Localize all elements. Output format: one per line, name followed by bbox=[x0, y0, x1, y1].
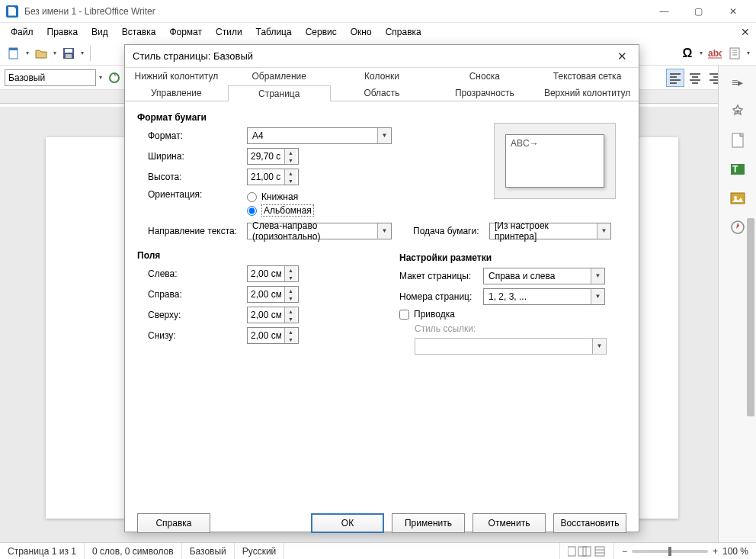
new-doc-dropdown[interactable]: ▾ bbox=[24, 44, 30, 63]
format-page-button[interactable] bbox=[726, 44, 744, 63]
spin-down-icon[interactable]: ▼ bbox=[285, 315, 296, 323]
open-button[interactable] bbox=[32, 44, 50, 63]
window-maximize-button[interactable]: ▢ bbox=[681, 1, 716, 22]
chevron-down-icon[interactable]: ▼ bbox=[597, 223, 610, 239]
spin-down-icon[interactable]: ▼ bbox=[285, 336, 296, 343]
menu-table[interactable]: Таблица bbox=[250, 24, 298, 40]
menu-styles[interactable]: Стили bbox=[210, 24, 248, 40]
menu-edit[interactable]: Правка bbox=[41, 24, 85, 40]
margin-right-spinbox[interactable]: ▲▼ bbox=[247, 286, 299, 303]
tab-header[interactable]: Верхний колонтитул bbox=[536, 85, 639, 101]
dialog-close-button[interactable]: ✕ bbox=[613, 47, 631, 66]
width-input[interactable] bbox=[248, 149, 284, 164]
paragraph-style-combo[interactable] bbox=[5, 69, 96, 86]
hyperlink-button[interactable]: abc bbox=[706, 44, 724, 63]
properties-icon[interactable] bbox=[726, 99, 750, 124]
format-combo[interactable]: A4 ▼ bbox=[247, 127, 392, 144]
orientation-portrait-radio[interactable] bbox=[247, 192, 257, 202]
register-true-checkbox[interactable] bbox=[399, 310, 409, 320]
cancel-button[interactable]: Отменить bbox=[472, 513, 546, 533]
status-page[interactable]: Страница 1 из 1 bbox=[0, 543, 85, 559]
chevron-down-icon[interactable]: ▼ bbox=[591, 289, 604, 304]
spin-down-icon[interactable]: ▼ bbox=[285, 294, 296, 302]
pagelayout-combo[interactable]: Справа и слева▼ bbox=[483, 268, 605, 284]
help-button[interactable]: Справка bbox=[137, 513, 210, 533]
status-words[interactable]: 0 слов, 0 символов bbox=[85, 543, 182, 559]
sidebar-menu-chevron-icon[interactable]: ≡▸ bbox=[726, 70, 750, 95]
margin-left-spinbox[interactable]: ▲▼ bbox=[247, 265, 299, 282]
textdirection-combo[interactable]: Слева-направо (горизонтально) ▼ bbox=[247, 223, 392, 239]
spin-up-icon[interactable]: ▲ bbox=[285, 307, 296, 315]
status-lang[interactable]: Русский bbox=[235, 543, 285, 559]
tab-borders[interactable]: Обрамление bbox=[228, 68, 331, 85]
spin-up-icon[interactable]: ▲ bbox=[285, 266, 296, 274]
reset-button[interactable]: Восстановить bbox=[553, 513, 626, 533]
margin-left-input[interactable] bbox=[248, 266, 284, 281]
styles-panel-icon[interactable]: T bbox=[726, 157, 750, 182]
papertray-combo[interactable]: [Из настроек принтера] ▼ bbox=[489, 223, 611, 239]
chevron-down-icon[interactable]: ▼ bbox=[591, 268, 604, 284]
height-spinbox[interactable]: ▲▼ bbox=[247, 169, 299, 185]
close-document-button[interactable]: ✕ bbox=[741, 26, 750, 38]
save-button[interactable] bbox=[59, 44, 78, 63]
special-char-button[interactable]: Ω bbox=[678, 44, 697, 63]
menu-help[interactable]: Справка bbox=[380, 24, 428, 40]
spin-up-icon[interactable]: ▲ bbox=[285, 287, 296, 294]
new-doc-button[interactable] bbox=[5, 44, 23, 63]
tab-area[interactable]: Область bbox=[331, 85, 434, 101]
zoom-out-button[interactable]: − bbox=[622, 546, 627, 557]
align-center-button[interactable] bbox=[686, 69, 704, 87]
spin-down-icon[interactable]: ▼ bbox=[285, 274, 296, 281]
status-style[interactable]: Базовый bbox=[182, 543, 235, 559]
tab-footnote[interactable]: Сноска bbox=[433, 68, 536, 85]
spin-up-icon[interactable]: ▲ bbox=[285, 328, 296, 336]
page-panel-icon[interactable] bbox=[726, 128, 750, 153]
align-left-button[interactable] bbox=[666, 69, 684, 87]
spin-up-icon[interactable]: ▲ bbox=[285, 149, 296, 156]
margin-bottom-spinbox[interactable]: ▲▼ bbox=[247, 327, 299, 344]
height-input[interactable] bbox=[248, 169, 284, 185]
menu-insert[interactable]: Вставка bbox=[116, 24, 162, 40]
menu-view[interactable]: Вид bbox=[85, 24, 114, 40]
scrollbar-thumb[interactable] bbox=[747, 218, 754, 416]
tab-organizer[interactable]: Управление bbox=[125, 85, 228, 101]
update-style-button[interactable] bbox=[105, 69, 123, 87]
window-minimize-button[interactable]: — bbox=[647, 1, 681, 22]
tab-textgrid[interactable]: Текстовая сетка bbox=[536, 68, 639, 85]
tab-page[interactable]: Страница bbox=[228, 85, 331, 101]
apply-button[interactable]: Применить bbox=[392, 513, 465, 533]
vertical-scrollbar[interactable] bbox=[744, 218, 754, 538]
spin-down-icon[interactable]: ▼ bbox=[285, 156, 296, 164]
tab-footer[interactable]: Нижний колонтитул bbox=[125, 68, 228, 85]
ok-button[interactable]: OК bbox=[311, 513, 384, 533]
menu-window[interactable]: Окно bbox=[344, 24, 378, 40]
pagenum-combo[interactable]: 1, 2, 3, ...▼ bbox=[483, 288, 605, 305]
zoom-in-button[interactable]: + bbox=[713, 546, 718, 557]
more-dropdown[interactable]: ▾ bbox=[745, 44, 751, 63]
margin-top-spinbox[interactable]: ▲▼ bbox=[247, 307, 299, 323]
save-dropdown[interactable]: ▾ bbox=[79, 44, 85, 63]
menu-format[interactable]: Формат bbox=[163, 24, 208, 40]
menu-tools[interactable]: Сервис bbox=[300, 24, 343, 40]
tab-columns[interactable]: Колонки bbox=[331, 68, 434, 85]
margin-top-input[interactable] bbox=[248, 307, 284, 323]
orientation-landscape-radio[interactable] bbox=[247, 206, 257, 216]
open-dropdown[interactable]: ▾ bbox=[52, 44, 58, 63]
tab-transparency[interactable]: Прозрачность bbox=[433, 85, 536, 101]
menu-file[interactable]: Файл bbox=[5, 24, 40, 40]
chevron-down-icon[interactable]: ▼ bbox=[377, 128, 391, 143]
zoom-value[interactable]: 100 % bbox=[722, 546, 748, 557]
margin-right-input[interactable] bbox=[248, 287, 284, 302]
spin-down-icon[interactable]: ▼ bbox=[285, 177, 296, 185]
chevron-down-icon[interactable]: ▼ bbox=[377, 223, 391, 239]
gallery-panel-icon[interactable] bbox=[726, 186, 750, 210]
width-spinbox[interactable]: ▲▼ bbox=[247, 148, 299, 165]
status-viewmode-icons[interactable] bbox=[560, 543, 614, 559]
window-close-button[interactable]: ✕ bbox=[716, 1, 750, 22]
zoom-slider[interactable] bbox=[632, 550, 708, 553]
paragraph-style-dropdown[interactable]: ▾ bbox=[98, 69, 104, 87]
spin-up-icon[interactable]: ▲ bbox=[285, 169, 296, 177]
margin-bottom-input[interactable] bbox=[248, 328, 284, 343]
special-char-dropdown[interactable]: ▾ bbox=[698, 44, 704, 63]
svg-rect-18 bbox=[583, 547, 591, 556]
